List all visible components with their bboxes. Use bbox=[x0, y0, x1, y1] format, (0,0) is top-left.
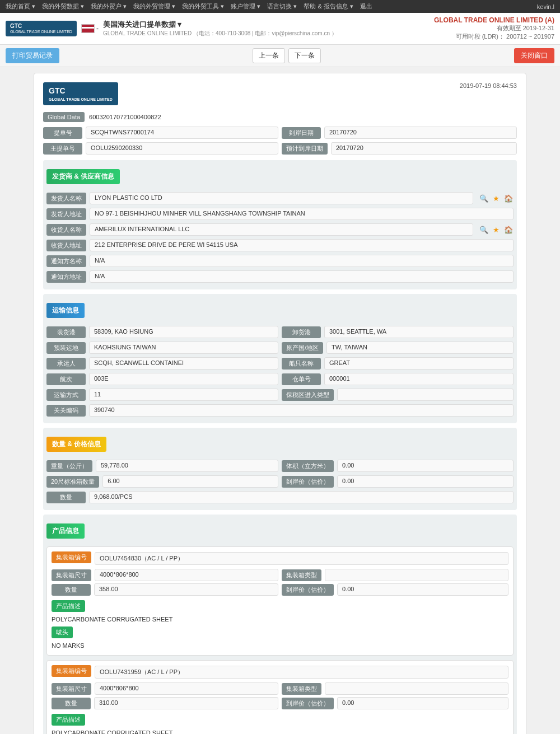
home-icon-2[interactable]: 🏠 bbox=[503, 225, 514, 235]
carrier-item: 承运人 SCQH, SCANWELL CONTAINEI bbox=[46, 357, 278, 370]
discharge-port-item: 卸货港 3001, SEATTLE, WA bbox=[282, 326, 514, 338]
page-title: 美国海关进口提单数据 ▾ bbox=[103, 20, 337, 30]
flag-label: - bbox=[96, 25, 99, 32]
product1-price-label: 到岸价（估价） bbox=[282, 584, 334, 596]
product1-marks-label: 唛头 bbox=[52, 627, 73, 638]
prev-button[interactable]: 上一条 bbox=[253, 48, 285, 63]
product1-container-no-value: OOLU7454830（AC / L / PP） bbox=[95, 552, 508, 565]
quantity-section: 数量 & 价格信息 重量（公斤） 59,778.00 体积（立方米） 0.00 … bbox=[43, 428, 517, 510]
product1-container-no-row: 集装箱编号 OOLU7454830（AC / L / PP） bbox=[52, 551, 508, 565]
weight-value: 59,778.00 bbox=[96, 460, 278, 472]
product2-container-no-value: OOLU7431959（AC / L / PP） bbox=[95, 666, 508, 679]
destination-value: KAOHSIUNG TAIWAN bbox=[89, 342, 278, 354]
doc-header: GTC GLOBAL TRADE ONLINE LIMITED 2019-07-… bbox=[43, 82, 517, 105]
product2-desc-value: POLYCARBONATE CORRUGATED SHEET bbox=[52, 730, 508, 734]
origin-value: TW, TAIWAN bbox=[326, 342, 514, 354]
consignee-addr-value: 212 ENTERPRISE DRIVE DE PERE WI 54115 US… bbox=[90, 239, 514, 251]
volume-value: 0.00 bbox=[337, 460, 514, 472]
quantity-total-value: 9,068.00/PCS bbox=[89, 491, 514, 503]
shipper-addr-label: 发货人地址 bbox=[46, 208, 86, 220]
home-icon[interactable]: 🏠 bbox=[503, 193, 514, 203]
transport-row-4: 航次 003E 仓单号 000001 bbox=[46, 373, 514, 385]
plan-date-label: 预计到岸日期 bbox=[282, 143, 328, 155]
supplier-section-label: 发货商 & 供应商信息 bbox=[46, 169, 120, 184]
carrier-label: 承运人 bbox=[46, 358, 86, 370]
flag-icon bbox=[81, 24, 95, 33]
transport-title-bar: 运输信息 bbox=[46, 297, 514, 322]
star-icon-2[interactable]: ★ bbox=[491, 225, 501, 235]
discharge-port-value: 3001, SEATTLE, WA bbox=[324, 326, 514, 338]
print-button[interactable]: 打印贸易记录 bbox=[6, 48, 59, 63]
product1-type-item: 集装箱类型 bbox=[282, 569, 508, 581]
bill-lading-value: 000001 bbox=[324, 373, 514, 385]
bill-no-value: SCQHTWNS77000174 bbox=[86, 127, 278, 139]
shipper-name-label: 发货人名称 bbox=[46, 193, 86, 204]
product1-qty-price-row: 数量 358.00 到岸价（估价） 0.00 bbox=[52, 583, 508, 596]
nav-manage[interactable]: 我的外贸管理 ▾ bbox=[133, 2, 175, 11]
product2-price-item: 到岸价（估价） 0.00 bbox=[282, 697, 508, 709]
nav-account-mgmt[interactable]: 账户管理 ▾ bbox=[231, 2, 260, 11]
nav-tools[interactable]: 我的外贸工具 ▾ bbox=[182, 2, 224, 11]
flag-area: - bbox=[81, 24, 99, 33]
quantity-row-1: 重量（公斤） 59,778.00 体积（立方米） 0.00 bbox=[46, 460, 514, 472]
header-right: GLOBAL TRADE ONLINE LIMITED (A) 有效期至 201… bbox=[434, 16, 554, 41]
shipper-icons: 🔍 ★ 🏠 bbox=[479, 193, 514, 203]
unit-price-item: 到岸价（估价） 0.00 bbox=[282, 475, 514, 488]
vessel-label: 船只名称 bbox=[282, 358, 321, 370]
close-button[interactable]: 关闭窗口 bbox=[514, 48, 554, 63]
products-section: 产品信息 集装箱编号 OOLU7454830（AC / L / PP） 集装箱尺… bbox=[43, 515, 517, 734]
nav-actions: 上一条 下一条 bbox=[253, 48, 321, 63]
notify-addr-label: 通知方地址 bbox=[46, 271, 86, 283]
consignee-name-value: AMERILUX INTERNATIONAL LLC bbox=[90, 223, 473, 236]
nav-language[interactable]: 语言切换 ▾ bbox=[267, 2, 297, 11]
nav-help[interactable]: 帮助 & 报告信息 ▾ bbox=[304, 2, 353, 11]
transport-section: 运输信息 装货港 58309, KAO HSIUNG 卸货港 3001, SEA… bbox=[43, 294, 517, 423]
product2-price-value: 0.00 bbox=[337, 697, 508, 709]
product2-qty-price-row: 数量 310.00 到岸价（估价） 0.00 bbox=[52, 697, 508, 709]
global-data-row: Global Data 600320170721000400822 bbox=[43, 112, 517, 122]
loading-port-item: 装货港 58309, KAO HSIUNG bbox=[46, 326, 278, 338]
product1-size-label: 集装箱尺寸 bbox=[52, 569, 91, 581]
quantity-total-row: 数量 9,068.00/PCS bbox=[46, 491, 514, 503]
consignee-addr-row: 收货人地址 212 ENTERPRISE DRIVE DE PERE WI 54… bbox=[46, 239, 514, 251]
notify-name-label: 通知方名称 bbox=[46, 255, 86, 267]
star-icon[interactable]: ★ bbox=[491, 193, 501, 203]
product2-desc-section: 产品描述 POLYCARBONATE CORRUGATED SHEET bbox=[52, 712, 508, 734]
quantity-total-label: 数量 bbox=[46, 492, 86, 503]
cut-date-label: 到岸日期 bbox=[282, 127, 321, 139]
search-icon-2[interactable]: 🔍 bbox=[479, 225, 489, 235]
product2-type-label: 集装箱类型 bbox=[282, 683, 321, 695]
transport-row-1: 装货港 58309, KAO HSIUNG 卸货港 3001, SEATTLE,… bbox=[46, 326, 514, 338]
ldr-label: 可用时段 (LDR)： bbox=[456, 33, 505, 40]
volume-label: 体积（立方米） bbox=[282, 460, 334, 472]
product-item-2: 集装箱编号 OOLU7431959（AC / L / PP） 集装箱尺寸 400… bbox=[46, 660, 514, 734]
product1-marks-value: NO MARKS bbox=[52, 642, 508, 649]
ldr-value: 200712 ~ 201907 bbox=[506, 33, 554, 40]
nav-home[interactable]: 我的首页 ▾ bbox=[6, 2, 35, 11]
shipper-addr-value: NO 97-1 BEISHIHJHOU MINHER VILL SHANGSHA… bbox=[90, 208, 514, 220]
nav-links: 我的首页 ▾ 我的外贸数据 ▾ 我的外贸户 ▾ 我的外贸管理 ▾ 我的外贸工具 … bbox=[6, 2, 372, 11]
product2-price-label: 到岸价（估价） bbox=[282, 698, 334, 709]
product2-desc-label: 产品描述 bbox=[52, 714, 85, 726]
loading-port-value: 58309, KAO HSIUNG bbox=[89, 326, 278, 338]
product1-size-item: 集装箱尺寸 4000*806*800 bbox=[52, 569, 278, 581]
nav-logout[interactable]: 退出 bbox=[360, 2, 372, 11]
header-bar: GTC GLOBAL TRADE ONLINE LIMITED - 美国海关进口… bbox=[0, 13, 560, 45]
origin-item: 原产国/地区 TW, TAIWAN bbox=[282, 342, 514, 354]
validity-date: 2019-12-31 bbox=[523, 25, 554, 31]
notify-name-row: 通知方名称 N/A bbox=[46, 255, 514, 267]
unit-price-label: 到岸价（估价） bbox=[282, 476, 334, 488]
product1-qty-label: 数量 bbox=[52, 584, 91, 596]
main-content: GTC GLOBAL TRADE ONLINE LIMITED 2019-07-… bbox=[0, 67, 560, 734]
search-icon[interactable]: 🔍 bbox=[479, 193, 489, 203]
nav-account[interactable]: 我的外贸户 ▾ bbox=[91, 2, 127, 11]
ftz-item: 保税区进入类型 bbox=[282, 389, 514, 401]
product1-desc-value: POLYCARBONATE CORRUGATED SHEET bbox=[52, 616, 508, 623]
next-button[interactable]: 下一条 bbox=[288, 48, 321, 63]
transport-row-5: 运输方式 11 保税区进入类型 bbox=[46, 389, 514, 401]
vessel-item: 船只名称 GREAT bbox=[282, 357, 514, 370]
nav-data[interactable]: 我的外贸数据 ▾ bbox=[42, 2, 84, 11]
product2-qty-value: 310.00 bbox=[94, 697, 278, 709]
product1-marks-section: 唛头 NO MARKS bbox=[52, 624, 508, 649]
transport-row-2: 预装运地 KAOHSIUNG TAIWAN 原产国/地区 TW, TAIWAN bbox=[46, 342, 514, 354]
